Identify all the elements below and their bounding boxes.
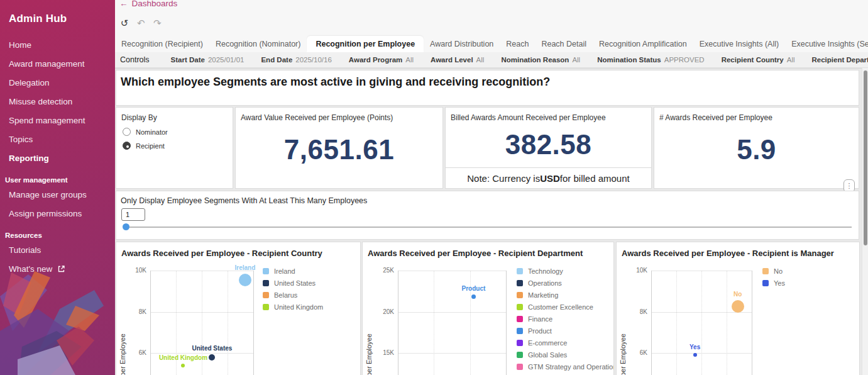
legend-item[interactable]: E-commerce (517, 337, 614, 349)
y-axis-label: per Employee (119, 333, 126, 375)
gridline-vertical (434, 271, 434, 375)
gridline-vertical (228, 271, 228, 375)
legend-label: Marketing (528, 291, 558, 299)
sidebar-section-user-management: User management (0, 167, 115, 185)
data-point-yes[interactable] (693, 353, 697, 357)
legend-item[interactable]: Belarus (263, 289, 323, 301)
filter-label: Start Date (171, 56, 205, 64)
gridline-vertical (701, 271, 702, 375)
tab-reach-detail[interactable]: Reach Detail (535, 36, 593, 52)
gridline-horizontal (398, 353, 506, 354)
legend-item[interactable]: Global Sales (517, 349, 614, 361)
y-axis-tick: 6K (630, 349, 647, 356)
vertical-scrollbar[interactable] (862, 68, 868, 375)
note-prefix: Note: Currency is (467, 173, 540, 184)
kpi-value: 7,651.61 (236, 134, 442, 165)
filter-nomination-reason[interactable]: Nomination ReasonAll (501, 56, 580, 64)
tab-recognition-recipient[interactable]: Recognition (Recipient) (115, 36, 209, 52)
question-title-card: Which employee Segments are most active … (116, 70, 859, 106)
filter-end-date[interactable]: End Date2025/10/16 (261, 56, 331, 64)
legend-item[interactable]: Yes (762, 277, 785, 289)
filter-nomination-status[interactable]: Nomination StatusAPPROVED (597, 56, 705, 64)
tab-recognition-nominator[interactable]: Recognition (Nominator) (209, 36, 307, 52)
filter-value: All (476, 56, 485, 64)
filter-value: APPROVED (664, 56, 705, 64)
chart-recipient-is-manager: Awards Received per Employee - Recipient… (616, 242, 860, 375)
sidebar: Admin Hub Home Award management Delegati… (0, 0, 115, 375)
sidebar-item-tutorials[interactable]: Tutorials (0, 240, 115, 259)
main-content: ←Dashboards ↺ ↶ ↷ Recognition (Recipient… (115, 0, 868, 375)
filter-award-level[interactable]: Award LevelAll (431, 56, 484, 64)
legend-swatch (517, 364, 523, 370)
filter-recipient-department[interactable]: Recipient DepartmentAll (812, 56, 868, 64)
y-axis-tick: 15K (376, 349, 394, 356)
filter-start-date[interactable]: Start Date2025/01/01 (171, 56, 244, 64)
sidebar-item-misuse-detection[interactable]: Misuse detection (0, 92, 115, 111)
y-axis-tick: 6K (129, 349, 146, 356)
segment-count-input[interactable] (121, 208, 145, 221)
legend-item[interactable]: Operations (517, 277, 614, 289)
data-point-no[interactable] (732, 300, 744, 313)
sidebar-item-home[interactable]: Home (0, 35, 115, 54)
filter-value: 2025/01/01 (208, 56, 244, 64)
legend-item[interactable]: Ireland (263, 265, 323, 277)
legend-swatch (517, 292, 523, 298)
filter-award-program[interactable]: Award ProgramAll (349, 56, 414, 64)
tab-executive-insights-select-department[interactable]: Executive Insights (Select Department) (785, 36, 868, 52)
sidebar-item-manage-user-groups[interactable]: Manage user groups (0, 185, 115, 204)
legend-label: GTM Strategy and Operations (528, 363, 614, 371)
legend-item[interactable]: United States (263, 277, 323, 289)
y-axis-label: per Employee (619, 333, 627, 375)
sidebar-item-topics[interactable]: Topics (0, 130, 115, 148)
sidebar-item-award-management[interactable]: Award management (0, 54, 115, 73)
sidebar-item-spend-management[interactable]: Spend management (0, 111, 115, 130)
chart-title: Awards Received per Employee - Recipient… (363, 242, 613, 258)
tab-recognition-per-employee[interactable]: Recognition per Employee (307, 36, 424, 52)
radio-label: Recipient (136, 142, 165, 150)
y-axis-tick: 10K (630, 267, 647, 274)
reset-icon[interactable]: ↺ (118, 18, 131, 29)
segment-slider-thumb[interactable] (123, 223, 129, 230)
sidebar-item-delegation[interactable]: Delegation (0, 73, 115, 92)
legend-item[interactable]: GTM Strategy and Operations (517, 361, 614, 372)
gridline-vertical (398, 271, 398, 375)
redo-icon[interactable]: ↷ (151, 18, 163, 29)
undo-icon[interactable]: ↶ (135, 18, 147, 29)
legend-item[interactable]: Marketing (517, 289, 614, 301)
y-axis-tick: 20K (376, 308, 394, 315)
tab-executive-insights-all[interactable]: Executive Insights (All) (693, 36, 785, 52)
segment-filter-label: Only Display Employee Segments With At L… (116, 191, 859, 205)
kpi-title: Billed Awards Amount Received per Employ… (446, 108, 651, 122)
breadcrumb-label: Dashboards (132, 0, 178, 8)
scrollbar-thumb[interactable] (864, 70, 867, 245)
back-arrow-icon[interactable]: ← (119, 0, 128, 8)
tab-reach[interactable]: Reach (500, 36, 535, 52)
tab-award-distribution[interactable]: Award Distribution (424, 36, 500, 52)
legend-item[interactable]: Finance (517, 313, 614, 325)
radio-option-recipient[interactable]: Recipient (123, 142, 233, 150)
data-point-united-kingdom[interactable] (181, 364, 185, 367)
filter-label: End Date (261, 56, 292, 64)
legend-label: Finance (528, 315, 552, 323)
legend-item[interactable]: Customer Excellence (517, 301, 614, 313)
tab-recognition-amplification[interactable]: Recognition Amplification (593, 36, 693, 52)
data-point-ireland[interactable] (239, 274, 251, 286)
filter-recipient-country[interactable]: Recipient CountryAll (722, 56, 795, 64)
legend-item[interactable]: Technology (517, 265, 614, 277)
legend-item[interactable]: Product (517, 325, 614, 337)
sidebar-item-assign-permissions[interactable]: Assign permissions (0, 204, 115, 223)
whats-new-label: What's new (9, 264, 52, 274)
legend-item[interactable]: No (762, 265, 785, 277)
data-point-product[interactable] (471, 294, 476, 299)
radio-option-nominator[interactable]: Nominator (123, 128, 233, 136)
breadcrumb[interactable]: ←Dashboards (119, 0, 177, 8)
display-by-title: Display By (116, 108, 233, 122)
sidebar-item-whats-new[interactable]: What's new (0, 259, 115, 278)
radio-unselected-icon[interactable] (123, 128, 131, 136)
legend-item[interactable]: United Kingdom (263, 301, 323, 313)
segment-slider-track[interactable] (126, 227, 852, 228)
radio-selected-icon[interactable] (123, 142, 131, 150)
legend-swatch (517, 316, 523, 322)
legend-label: E-commerce (528, 339, 567, 347)
sidebar-item-reporting[interactable]: Reporting (0, 148, 115, 167)
